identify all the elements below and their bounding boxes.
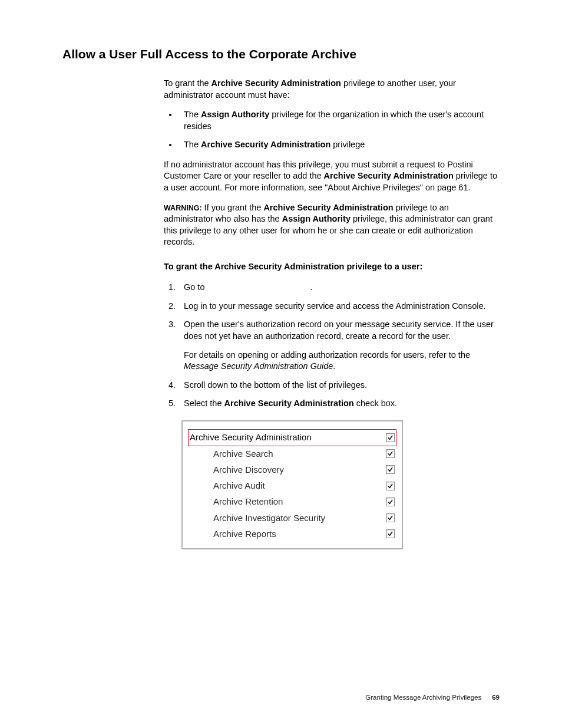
step-item: Go to .: [178, 282, 500, 294]
privilege-label: Archive Reports: [190, 528, 276, 540]
checkbox-icon[interactable]: [386, 513, 395, 522]
privilege-label: Archive Investigator Security: [190, 512, 325, 524]
text: Open the user's authorization record on …: [184, 319, 494, 341]
warning-label: WARNING:: [164, 204, 202, 212]
text: .: [333, 361, 335, 371]
checkbox-icon[interactable]: [386, 529, 395, 538]
text: Select the: [184, 398, 224, 408]
warning-paragraph: WARNING: If you grant the Archive Securi…: [164, 202, 500, 248]
text: The: [184, 140, 201, 149]
checkbox-icon[interactable]: [386, 498, 395, 506]
steps-heading: To grant the Archive Security Administra…: [164, 261, 500, 273]
step-subparagraph: For details on opening or adding authori…: [184, 350, 500, 373]
checkbox-icon[interactable]: [386, 433, 395, 442]
step-item: Select the Archive Security Administrati…: [178, 398, 500, 410]
footer-text: Granting Message Archiving Privileges: [365, 694, 481, 701]
step-item: Open the user's authorization record on …: [178, 319, 500, 372]
privilege-name: Archive Security Administration: [224, 398, 354, 408]
text: For details on opening or adding authori…: [184, 350, 470, 360]
step-item: Scroll down to the bottom of the list of…: [178, 380, 500, 391]
page-footer: Granting Message Archiving Privileges69: [365, 694, 500, 701]
checkbox-icon[interactable]: [386, 465, 395, 474]
privilege-name: Assign Authority: [282, 214, 351, 223]
privilege-row: Archive Search: [189, 446, 396, 462]
privilege-label: Archive Audit: [190, 480, 265, 492]
privilege-name: Archive Security Administration: [324, 171, 454, 180]
checkbox-icon[interactable]: [386, 482, 395, 490]
list-item: The Archive Security Administration priv…: [178, 139, 500, 151]
privilege-row: Archive Audit: [189, 478, 396, 494]
intro-paragraph: To grant the Archive Security Administra…: [164, 78, 500, 101]
text: The: [184, 110, 201, 119]
text: check box.: [354, 398, 397, 408]
privilege-name: Archive Security Administration: [263, 203, 393, 212]
prereq-list: The Assign Authority privilege for the o…: [164, 109, 500, 151]
no-admin-paragraph: If no administrator account has this pri…: [164, 159, 500, 194]
privilege-row-header: Archive Security Administration: [189, 430, 396, 446]
guide-title: Message Security Administration Guide: [184, 361, 333, 371]
privileges-panel: Archive Security Administration Archive …: [181, 420, 403, 549]
text: Go to: [184, 282, 207, 292]
list-item: The Assign Authority privilege for the o…: [178, 109, 500, 132]
privilege-row: Archive Discovery: [189, 462, 396, 477]
steps-list: Go to . Log in to your message security …: [164, 282, 500, 410]
privilege-label: Archive Retention: [190, 496, 283, 508]
text: .: [310, 282, 313, 292]
page-heading: Allow a User Full Access to the Corporat…: [62, 47, 500, 61]
privilege-name: Archive Security Administration: [211, 78, 341, 88]
step-item: Log in to your message security service …: [178, 301, 500, 312]
checkbox-icon[interactable]: [386, 449, 395, 458]
text: To grant the: [164, 78, 211, 88]
page-number: 69: [492, 694, 500, 701]
privilege-row: Archive Investigator Security: [189, 510, 396, 526]
privilege-name: Assign Authority: [201, 110, 269, 119]
privilege-row: Archive Retention: [189, 494, 396, 510]
privilege-label: Archive Search: [190, 448, 273, 460]
privilege-label: Archive Discovery: [190, 464, 284, 476]
privilege-label: Archive Security Administration: [190, 431, 312, 443]
privilege-name: Archive Security Administration: [201, 140, 330, 149]
privilege-row: Archive Reports: [189, 526, 396, 542]
text: privilege: [330, 140, 365, 149]
text: If you grant the: [202, 203, 264, 212]
